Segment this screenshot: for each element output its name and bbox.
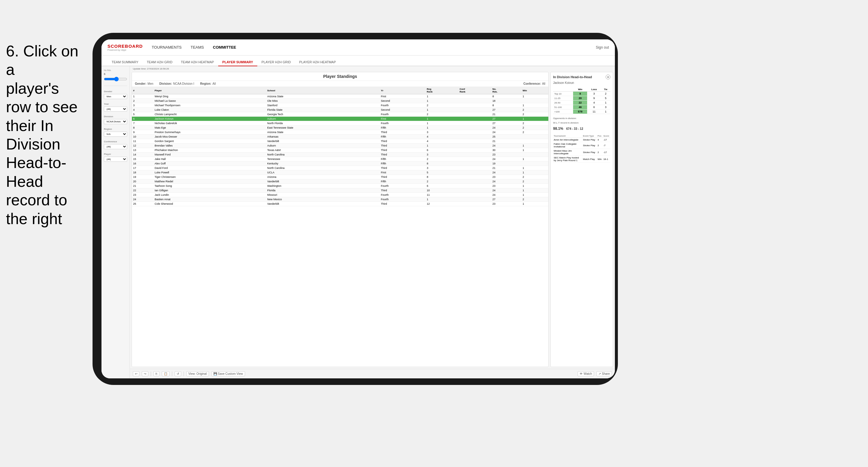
- table-row[interactable]: 21 Taehoon Song Washington Fourth 6 23 1: [132, 184, 548, 188]
- table-row[interactable]: 17 David Ford North Carolina Third 3 21 …: [132, 166, 548, 170]
- cell-reg-rank: 4: [426, 139, 459, 144]
- save-custom-button[interactable]: 💾 Save Custom View: [211, 371, 245, 376]
- cell-rank: 20: [132, 179, 153, 184]
- table-header: # Player School Yr RegRank ConfRank No.R…: [132, 87, 548, 94]
- cell-reg-rank: 1: [426, 126, 459, 130]
- cell-no-rds: 27: [491, 197, 522, 202]
- undo-button[interactable]: ↩: [133, 371, 140, 376]
- table-row[interactable]: 20 Matthew Riedel Vanderbilt Fifth 2 24 …: [132, 179, 548, 184]
- subnav-player-summary[interactable]: PLAYER SUMMARY: [218, 59, 257, 66]
- nav-teams[interactable]: TEAMS: [191, 45, 204, 50]
- cell-player: Gordon Sargent: [153, 139, 266, 144]
- nav-tournaments[interactable]: TOURNAMENTS: [152, 45, 182, 50]
- cell-no-rds: 25: [491, 134, 522, 139]
- table-row[interactable]: 18 Luke Powell UCLA First 5 24 1: [132, 170, 548, 175]
- cell-no-rds: 24: [491, 157, 522, 161]
- table-row[interactable]: 9 Preston Summerhays Arizona State Third…: [132, 130, 548, 134]
- subnav-player-h2h-grid[interactable]: PLAYER H2H GRID: [257, 59, 295, 66]
- table-row[interactable]: 25 Cole Sherwood Vanderbilt Third 12 23 …: [132, 202, 548, 206]
- cell-yr: Fifth: [380, 161, 426, 166]
- cell-win: 2: [522, 108, 548, 112]
- tour-type: Match Play: [582, 156, 597, 163]
- table-row[interactable]: 1 Wenyi Ding Arizona State First 1 8 1: [132, 94, 548, 99]
- table-row[interactable]: 3 Michael Thorbjornsen Stanford Fourth 2…: [132, 103, 548, 108]
- table-scroll[interactable]: # Player School Yr RegRank ConfRank No.R…: [132, 87, 548, 367]
- cell-reg-rank: 3: [426, 166, 459, 170]
- cell-yr: Second: [380, 99, 426, 103]
- cell-school: UCLA: [266, 170, 380, 175]
- col-conf-rank: ConfRank: [459, 87, 491, 94]
- subnav-player-h2h-heatmap[interactable]: PLAYER H2H HEATMAP: [295, 59, 340, 66]
- h2h-close-button[interactable]: ✕: [606, 74, 611, 80]
- cell-player: Preston Summerhays: [153, 130, 266, 134]
- table-row[interactable]: 15 Jake Hall Tennessee Fifth 2 24 1: [132, 157, 548, 161]
- table-row[interactable]: 14 Maxwell Ford North Carolina Third 3 2…: [132, 153, 548, 157]
- table-row[interactable]: 24 Bastien Amat New Mexico Fourth 1 27 2: [132, 197, 548, 202]
- tournament-body: Amer Ari Intercollegiate Stroke Play 4 -…: [553, 138, 611, 163]
- table-row[interactable]: 16 Alex Goff Kentucky Fifth 8 19: [132, 161, 548, 166]
- cell-rank: 9: [132, 130, 153, 134]
- cell-rank: 3: [132, 103, 153, 108]
- table-row[interactable]: 6 Jackson Koivun Auburn First 1 27 1: [132, 117, 548, 121]
- table-row[interactable]: 4 Luke Claton Florida State Second 1 27 …: [132, 108, 548, 112]
- gender-select[interactable]: Men Women: [104, 94, 127, 99]
- table-row[interactable]: 23 Jack Lundin Missouri Fourth 11 24 1: [132, 193, 548, 197]
- table-row[interactable]: 2 Michael La Sasso Ole Miss Second 1 18: [132, 99, 548, 103]
- division-select[interactable]: NCAA Division I: [104, 119, 127, 124]
- subnav-team-h2h-grid[interactable]: TEAM H2H GRID: [143, 59, 177, 66]
- table-row[interactable]: 12 Brendan Valles Auburn Third 1 24 1: [132, 144, 548, 148]
- instruction-text: 6. Click on a player's row to see their …: [0, 36, 90, 234]
- refresh-button[interactable]: ↺: [175, 371, 181, 376]
- cell-school: North Florida: [266, 121, 380, 126]
- subnav-team-h2h-heatmap[interactable]: TEAM H2H HEATMAP: [177, 59, 218, 66]
- table-row[interactable]: 5 Christo Lamprecht Georgia Tech Fourth …: [132, 112, 548, 117]
- cell-yr: Fifth: [380, 157, 426, 161]
- sidebar-player: Player (All): [104, 153, 127, 162]
- h2h-col-loss: Loss: [587, 87, 601, 92]
- table-row[interactable]: 13 Phichaksn Maichon Texas A&M Third 6 3…: [132, 148, 548, 153]
- cell-school: Vanderbilt: [266, 179, 380, 184]
- cell-school: North Carolina: [266, 153, 380, 157]
- subnav-team-summary[interactable]: TEAM SUMMARY: [107, 59, 143, 66]
- watch-button[interactable]: 👁 Watch: [578, 371, 594, 376]
- nav-committee[interactable]: COMMITTEE: [213, 45, 236, 50]
- cell-conf-rank: [459, 184, 491, 188]
- cell-win: 1: [522, 103, 548, 108]
- player-select[interactable]: (All): [104, 157, 127, 162]
- cell-no-rds: 23: [491, 184, 522, 188]
- paste-button[interactable]: 📋: [162, 371, 169, 376]
- cell-player: Maxwell Ford: [153, 153, 266, 157]
- cell-yr: Third: [380, 148, 426, 153]
- cell-conf-rank: [459, 197, 491, 202]
- table-row[interactable]: 19 Tiger Christensen Arizona Third 8 23 …: [132, 175, 548, 179]
- table-row[interactable]: 22 Ian Gilligan Florida Third 10 24 1: [132, 188, 548, 193]
- cell-school: Missouri: [266, 193, 380, 197]
- table-row[interactable]: 11 Gordon Sargent Vanderbilt Third 4 21: [132, 139, 548, 144]
- h2h-tie-cell: 1: [601, 100, 611, 105]
- cell-no-rds: 24: [491, 144, 522, 148]
- table-row[interactable]: 10 Jacob Mou-Desser Arkansas Fifth 4 25: [132, 134, 548, 139]
- year-select[interactable]: (All): [104, 106, 127, 112]
- no-rds-slider[interactable]: [104, 77, 127, 82]
- cell-reg-rank: 5: [426, 170, 459, 175]
- cell-win: [522, 153, 548, 157]
- redo-button[interactable]: ↪: [142, 371, 148, 376]
- share-button[interactable]: ↗ Share: [596, 371, 612, 376]
- copy-button[interactable]: ⎘: [153, 371, 159, 376]
- conference-select[interactable]: (All): [104, 144, 127, 149]
- cell-conf-rank: [459, 139, 491, 144]
- update-time: Update time: 27/03/2024 16:56:26: [130, 66, 615, 70]
- stats-record: 674 - 33 - 12: [566, 127, 583, 130]
- h2h-panel: In Division Head-to-Head ✕ Jackson Koivu…: [550, 72, 613, 367]
- col-school: School: [266, 87, 380, 94]
- region-select[interactable]: N/A: [104, 132, 127, 137]
- h2h-range-label: 26-50: [553, 100, 573, 105]
- sign-out-link[interactable]: Sign out: [596, 45, 609, 50]
- watch-icon: 👁: [580, 372, 583, 375]
- cell-reg-rank: 8: [426, 175, 459, 179]
- table-row[interactable]: 7 Nicholas Gabrelcik North Florida Fourt…: [132, 121, 548, 126]
- table-row[interactable]: 8 Mats Ege East Tennessee State Fifth 1 …: [132, 126, 548, 130]
- cell-conf-rank: [459, 94, 491, 99]
- cell-win: 1: [522, 144, 548, 148]
- view-original-button[interactable]: View: Original: [186, 371, 209, 376]
